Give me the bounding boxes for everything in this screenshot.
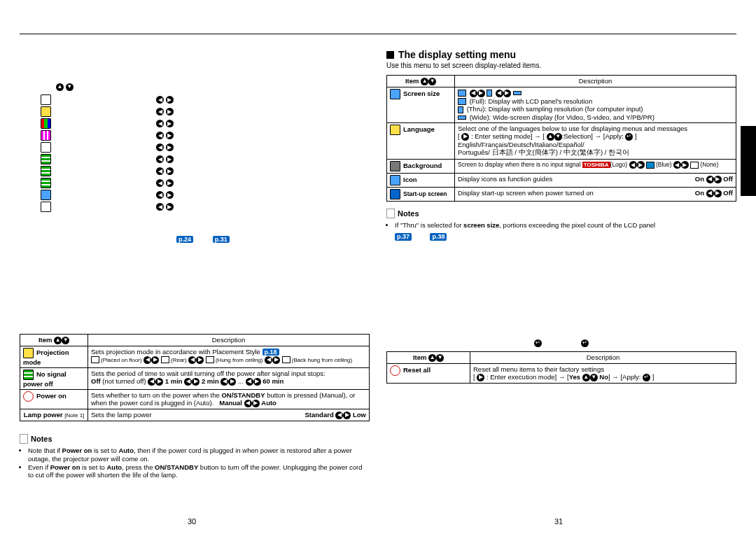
display-setting-title: The display setting menu — [386, 49, 736, 60]
reset-table: Item ▲▼ Description Reset all Reset all … — [386, 351, 736, 384]
notes-body-left: Note that if Power on is set to Auto, th… — [20, 447, 370, 480]
pref-24: p.24 — [176, 236, 193, 243]
reset-section: ↵ ↵ Item ▲▼ Description Reset all Reset … — [386, 339, 736, 384]
notes-icon — [386, 209, 395, 218]
nr-icon — [41, 190, 51, 200]
color-icon — [41, 118, 51, 129]
bg-icon — [390, 161, 400, 171]
square-bullet-icon — [386, 51, 394, 59]
side-tab — [741, 126, 756, 196]
return-icon: ↵ — [534, 339, 542, 347]
return-icon: ↵ — [581, 339, 589, 347]
row-projection-desc: Sets projection mode in accordance with … — [91, 348, 260, 356]
nosig-icon — [23, 370, 34, 380]
col-item: Item — [38, 336, 52, 344]
up-icon: ▲ — [56, 83, 64, 91]
pref-38: p.38 — [430, 233, 447, 241]
bright-icon — [41, 106, 51, 117]
page-number-left: 30 — [188, 517, 196, 526]
notes-body-right: If "Thru" is selected for screen size, p… — [386, 221, 736, 241]
ggain-icon — [41, 166, 51, 176]
row-lamp-desc: Sets the lamp power — [91, 411, 152, 419]
notes-heading-left: Notes — [20, 434, 370, 444]
row-nosignal-desc: Sets the period of time to wait until tu… — [91, 370, 326, 377]
sharp-icon — [41, 142, 51, 153]
reset-icon — [41, 202, 51, 212]
start-icon — [390, 189, 400, 199]
left-page: ▲ ▼ ◀ ▶ ◀ ▶ ◀ ▶ ◀ ▶ ◀ ▶ ◀ ▶ ◀ ▶ ◀ ▶ ◀ ▶ … — [20, 34, 378, 534]
pref-18: p.18 — [262, 349, 279, 356]
toshiba-logo: TOSHIBA — [582, 162, 610, 168]
row-background-label: Background — [403, 162, 442, 169]
row-poweron-label: Power on — [36, 392, 66, 400]
display-setting-table: Item ▲▼ Description Screen size ◀▶ ◀▶ (F… — [386, 75, 736, 202]
row-startup-label: Start-up screen — [403, 190, 447, 197]
row-language-label: Language — [403, 125, 435, 133]
rgain-icon — [41, 154, 51, 164]
default-setting-table: Item ▲▼ Description Projection mode Sets… — [20, 334, 370, 421]
image-adjust-panel: ▲ ▼ ◀ ▶ ◀ ▶ ◀ ▶ ◀ ▶ ◀ ▶ ◀ ▶ ◀ ▶ ◀ ▶ ◀ ▶ … — [41, 83, 370, 243]
proj-icon — [23, 348, 34, 358]
pref-37: p.37 — [395, 233, 412, 241]
notes-heading-right: Notes — [386, 209, 736, 218]
down-icon: ▼ — [66, 83, 74, 91]
screen-icon — [390, 89, 400, 99]
row-lamp-label: Lamp power — [24, 411, 63, 419]
icon-icon — [390, 175, 400, 185]
page-number-right: 31 — [554, 517, 563, 526]
display-setting-sub: Use this menu to set screen display-rela… — [386, 62, 736, 69]
pref-31: p.31 — [213, 236, 230, 243]
col-desc: Description — [88, 334, 370, 346]
globe-icon — [390, 125, 400, 135]
contrast-icon — [41, 94, 51, 105]
tint-icon — [41, 130, 51, 141]
right-page: The display setting menu Use this menu t… — [378, 34, 736, 534]
power-icon — [23, 391, 34, 402]
reset-icon — [390, 365, 400, 376]
row-screensize-label: Screen size — [403, 90, 440, 97]
row-icon-label: Icon — [403, 176, 417, 183]
notes-icon — [20, 434, 28, 444]
row-resetall-label: Reset all — [403, 366, 430, 374]
bgain-icon — [41, 178, 51, 188]
